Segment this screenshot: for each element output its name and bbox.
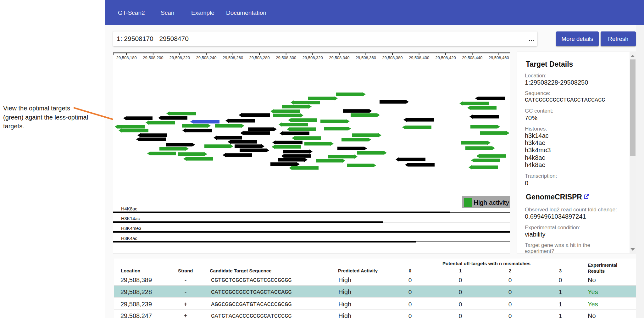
svg-text:29,508,180: 29,508,180 [116, 55, 137, 60]
svg-text:H3K4ac: H3K4ac [121, 236, 137, 241]
svg-text:29,508,260: 29,508,260 [223, 55, 243, 60]
svg-text:29,508,340: 29,508,340 [329, 55, 349, 60]
svg-text:29,508,320: 29,508,320 [303, 55, 323, 60]
svg-text:H4K8ac: H4K8ac [121, 206, 137, 211]
svg-text:29,508,240: 29,508,240 [196, 55, 216, 60]
svg-text:29,508,220: 29,508,220 [169, 55, 190, 60]
svg-text:29,508,460: 29,508,460 [489, 55, 509, 60]
svg-text:29,508,400: 29,508,400 [409, 55, 429, 60]
svg-text:29,508,360: 29,508,360 [356, 55, 376, 60]
svg-text:H3K14ac: H3K14ac [121, 216, 140, 221]
svg-text:H3K4me3: H3K4me3 [121, 226, 141, 231]
svg-text:High activity: High activity [474, 199, 509, 206]
svg-text:29,508,200: 29,508,200 [143, 55, 163, 60]
svg-text:29,508,440: 29,508,440 [462, 55, 482, 60]
svg-text:29,508,380: 29,508,380 [382, 55, 402, 60]
svg-text:29,508,420: 29,508,420 [436, 55, 456, 60]
svg-text:29,508,300: 29,508,300 [276, 55, 296, 60]
svg-text:29,508,280: 29,508,280 [249, 55, 270, 60]
